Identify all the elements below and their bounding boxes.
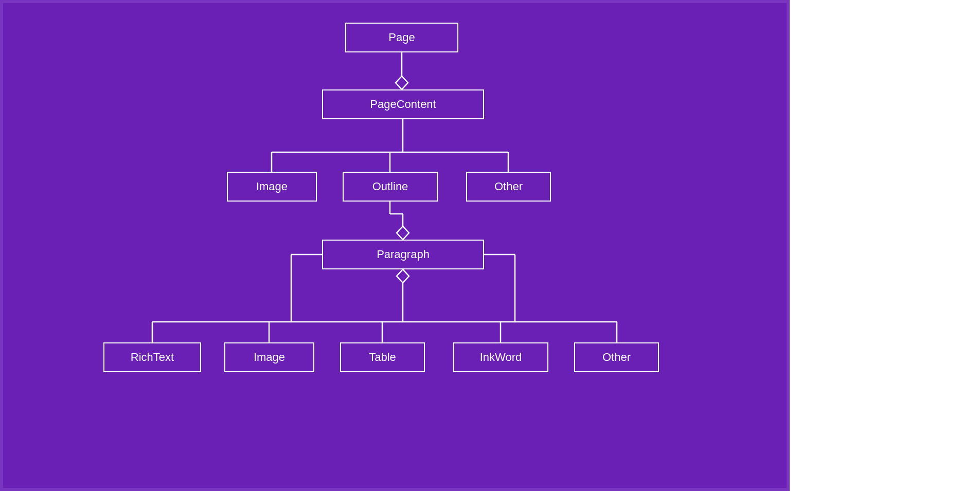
node-outline: Outline — [343, 172, 438, 202]
node-pagecontent: PageContent — [322, 89, 484, 119]
node-other2: Other — [574, 342, 659, 372]
diagram-area: Page PageContent Image Outline Other Par… — [0, 0, 790, 491]
node-page: Page — [345, 23, 458, 52]
node-richtext: RichText — [103, 342, 201, 372]
node-image1: Image — [227, 172, 317, 202]
node-inkword: InkWord — [453, 342, 548, 372]
node-table: Table — [340, 342, 425, 372]
node-other1: Other — [466, 172, 551, 202]
node-image2: Image — [224, 342, 314, 372]
node-paragraph: Paragraph — [322, 240, 484, 269]
svg-marker-10 — [397, 226, 409, 240]
svg-marker-11 — [397, 269, 409, 283]
svg-marker-1 — [396, 76, 408, 89]
right-panel — [790, 0, 980, 491]
